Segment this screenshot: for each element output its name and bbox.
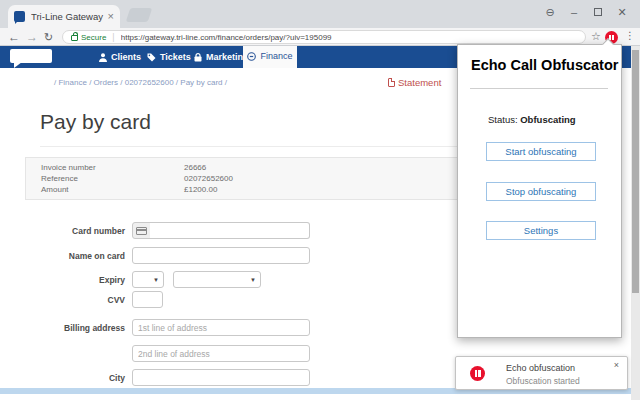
extension-popup: Echo Call Obfuscator Status: Obfuscating…: [457, 44, 622, 338]
address-line2-input[interactable]: [132, 345, 310, 362]
popup-title: Echo Call Obfuscator: [471, 57, 618, 73]
status-value: Obfuscating: [520, 114, 575, 125]
nav-item-clients[interactable]: Clients: [99, 46, 141, 68]
site-favicon-icon: [14, 11, 25, 22]
name-on-card-input[interactable]: [132, 247, 310, 264]
notification-toast: Echo obfuscation Obfuscation started ×: [455, 356, 628, 390]
toast-close-icon[interactable]: ×: [614, 360, 619, 370]
browser-tab[interactable]: Tri-Line Gateway ×: [8, 5, 120, 28]
close-window-button[interactable]: ✕: [610, 6, 634, 19]
site-logo[interactable]: [10, 49, 52, 63]
statement-document-icon: [388, 78, 395, 87]
marketing-lock-icon: [194, 53, 202, 62]
invoice-number-label: Invoice number: [41, 163, 96, 172]
billing-address-label: Billing address: [0, 323, 125, 333]
omnibox-separator: |: [112, 32, 114, 42]
tab-close-icon[interactable]: ×: [108, 11, 114, 22]
expiry-year-select[interactable]: ▼: [173, 271, 261, 288]
city-input[interactable]: [132, 369, 310, 386]
finance-coin-icon: [247, 52, 256, 61]
nav-item-tickets[interactable]: Tickets: [147, 46, 191, 68]
cvv-label: CVV: [0, 295, 125, 305]
nav-item-marketing[interactable]: Marketing: [194, 46, 249, 68]
chevron-down-icon: ▼: [153, 277, 159, 283]
back-icon[interactable]: ←: [8, 29, 20, 45]
reference-label: Reference: [41, 174, 78, 183]
settings-button[interactable]: Settings: [486, 221, 596, 240]
name-on-card-label: Name on card: [0, 251, 125, 261]
reference-value: 02072652600: [184, 174, 233, 183]
obfuscator-pause-icon: [470, 366, 485, 381]
card-number-label: Card number: [0, 226, 125, 236]
secure-lock-icon: [71, 35, 78, 41]
breadcrumb[interactable]: / Finance / Orders / 02072652600 / Pay b…: [54, 78, 227, 87]
statement-link[interactable]: Statement: [388, 77, 441, 88]
forward-icon[interactable]: →: [26, 29, 38, 45]
address-bar[interactable]: Secure | https://gateway.tri-line.com/fi…: [62, 30, 586, 44]
popup-divider: [470, 88, 608, 89]
expiry-month-select[interactable]: ▼: [132, 271, 164, 288]
nav-label-tickets: Tickets: [160, 52, 191, 62]
browser-window: Tri-Line Gateway × ⊖ – ✕ ← → ↻ Secure | …: [0, 0, 640, 400]
stop-obfuscating-button[interactable]: Stop obfuscating: [486, 182, 596, 201]
titlebar: Tri-Line Gateway × ⊖ – ✕: [0, 0, 640, 28]
toast-body: Obfuscation started: [506, 376, 580, 386]
bookmark-star-icon[interactable]: ☆: [591, 30, 601, 43]
cvv-input[interactable]: [132, 291, 163, 308]
clients-person-icon: [99, 53, 107, 62]
nav-label-clients: Clients: [111, 52, 141, 62]
credit-card-icon: [132, 222, 151, 239]
start-obfuscating-button[interactable]: Start obfuscating: [486, 142, 596, 161]
page-scrollbar[interactable]: [631, 46, 640, 400]
new-tab-button[interactable]: [126, 8, 153, 22]
window-controls: ⊖ – ✕: [538, 0, 634, 24]
expiry-label: Expiry: [0, 275, 125, 285]
toast-title: Echo obfuscation: [506, 363, 575, 373]
card-number-input[interactable]: [150, 222, 310, 239]
page-title: Pay by card: [40, 110, 151, 134]
reload-icon[interactable]: ↻: [44, 29, 53, 45]
statement-label: Statement: [398, 77, 441, 88]
chevron-down-icon: ▼: [250, 277, 256, 283]
status-label: Status:: [488, 114, 518, 125]
amount-value: £1200.00: [184, 185, 217, 194]
url-text[interactable]: https://gateway.tri-line.com/finance/ord…: [121, 33, 332, 42]
profile-icon[interactable]: ⊖: [538, 6, 562, 19]
minimize-button[interactable]: –: [562, 6, 586, 18]
nav-label-finance: Finance: [260, 51, 292, 61]
city-label: City: [0, 373, 125, 383]
tab-title: Tri-Line Gateway: [31, 11, 104, 22]
browser-menu-icon[interactable]: ⋮: [625, 30, 635, 41]
amount-label: Amount: [41, 185, 69, 194]
invoice-number-value: 26666: [184, 163, 206, 172]
tickets-tag-icon: [147, 53, 156, 62]
obfuscation-status: Status: Obfuscating: [488, 114, 576, 125]
maximize-button[interactable]: [586, 6, 610, 18]
scrollbar-thumb[interactable]: [632, 50, 639, 293]
address-line1-input[interactable]: [132, 319, 310, 336]
secure-label: Secure: [81, 33, 106, 42]
